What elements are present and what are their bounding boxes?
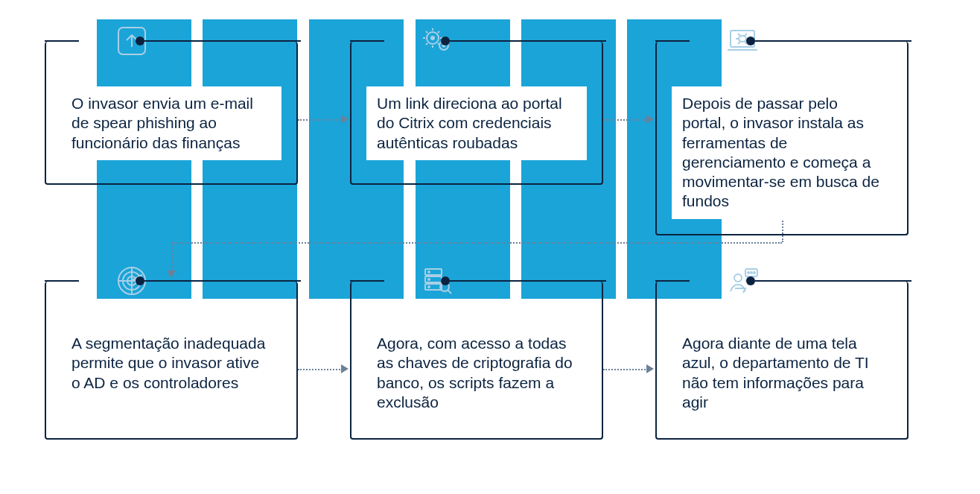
step-frame: O invasor envia um e‑mail de spear phish… (45, 42, 298, 185)
arrow-s1-s2 (298, 119, 343, 121)
arrowhead-s1-s2 (341, 115, 349, 124)
step-frame: Um link direciona ao portal do Citrix co… (350, 42, 603, 185)
step-frame: A segmentação inadequada permite que o i… (45, 282, 298, 440)
arrowhead-s4-s5 (341, 364, 349, 373)
svg-point-19 (748, 272, 749, 273)
step-3: Depois de passar pelo portal, o invasor … (655, 42, 909, 235)
node-dot (136, 37, 144, 45)
svg-point-6 (739, 36, 746, 42)
arrow-s2-s3 (603, 119, 648, 121)
step-frame: Agora diante de uma tela azul, o departa… (655, 282, 909, 440)
step-text: Depois de passar pelo portal, o invasor … (672, 86, 892, 219)
arrow-s5-s6 (603, 369, 648, 370)
node-dot (746, 276, 755, 285)
svg-point-16 (428, 286, 430, 288)
node-dot (441, 276, 450, 285)
svg-point-20 (751, 272, 752, 273)
step-text: A segmentação inadequada permite que o i… (61, 326, 281, 400)
node-dot (441, 37, 450, 45)
svg-point-15 (428, 279, 430, 280)
step-text: Um link direciona ao portal do Citrix co… (366, 86, 587, 160)
arrowhead-to-s4 (167, 270, 176, 278)
svg-point-14 (428, 271, 430, 273)
svg-point-2 (431, 37, 434, 39)
step-1: O invasor envia um e‑mail de spear phish… (45, 42, 298, 185)
node-dot (746, 37, 755, 45)
step-text: Agora diante de uma tela azul, o departa… (672, 326, 892, 419)
attack-flow-diagram: O invasor envia um e‑mail de spear phish… (0, 0, 980, 494)
step-frame: Agora, com acesso a todas as chaves de c… (350, 282, 603, 440)
arrowhead-s2-s3 (646, 115, 654, 124)
arrow-back-row (171, 242, 782, 244)
step-2: Um link direciona ao portal do Citrix co… (350, 42, 603, 185)
step-frame: Depois de passar pelo portal, o invasor … (655, 42, 909, 235)
step-6: Agora diante de uma tela azul, o departa… (655, 282, 909, 440)
arrow-down-to-s4 (171, 242, 173, 272)
step-5: Agora, com acesso a todas as chaves de c… (350, 282, 603, 440)
arrow-s4-s5 (298, 369, 343, 370)
step-text: O invasor envia um e‑mail de spear phish… (61, 86, 281, 160)
node-dot (136, 276, 144, 285)
svg-point-17 (734, 274, 742, 282)
arrowhead-s5-s6 (646, 364, 654, 373)
step-text: Agora, com acesso a todas as chaves de c… (366, 326, 587, 419)
step-4: A segmentação inadequada permite que o i… (45, 282, 298, 440)
svg-point-21 (754, 272, 755, 273)
